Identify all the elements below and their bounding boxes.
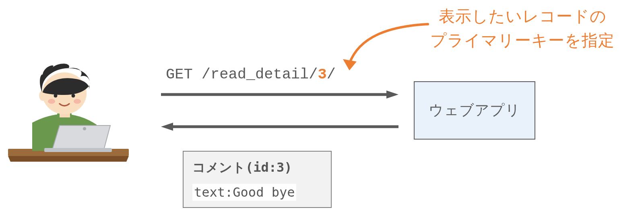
svg-point-7 — [48, 99, 55, 104]
request-url-primary-key: 3 — [318, 66, 326, 83]
response-title: コメント(id:3) — [192, 159, 326, 177]
webapp-label: ウェブアプリ — [429, 101, 520, 120]
request-url-label: GET /read_detail/3/ — [166, 66, 336, 83]
svg-point-8 — [74, 99, 81, 104]
annotation-callout: 表示したいレコードの プライマリーキーを指定 — [418, 4, 627, 52]
svg-rect-11 — [44, 148, 112, 152]
annotation-line-2: プライマリーキーを指定 — [430, 31, 615, 49]
webapp-box: ウェブアプリ — [414, 81, 535, 140]
request-url-suffix: / — [327, 66, 336, 83]
response-box: コメント(id:3) text:Good bye — [183, 151, 332, 208]
arrow-response-icon — [161, 123, 398, 131]
annotation-arrow-icon — [337, 20, 434, 76]
diagram-stage: 表示したいレコードの プライマリーキーを指定 — [0, 0, 644, 222]
svg-point-6 — [72, 94, 75, 98]
arrow-request-icon — [161, 90, 398, 99]
user-illustration — [4, 56, 133, 169]
request-url-prefix: GET /read_detail/ — [166, 66, 318, 83]
svg-point-12 — [83, 127, 86, 130]
annotation-line-1: 表示したいレコードの — [439, 7, 607, 25]
svg-marker-16 — [161, 123, 173, 131]
response-body: text:Good bye — [192, 184, 296, 201]
svg-marker-14 — [386, 90, 398, 99]
svg-marker-0 — [343, 59, 357, 70]
svg-point-5 — [54, 94, 58, 98]
